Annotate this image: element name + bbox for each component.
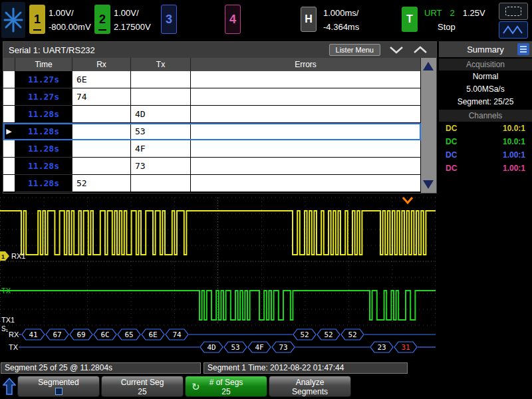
lister-row[interactable]: ▶11.28s53 xyxy=(3,123,421,140)
channel1-marker-number: 1 xyxy=(1,253,5,260)
channel1-badge[interactable]: 1 xyxy=(29,5,45,34)
rx-bus-value: 65 xyxy=(124,331,133,339)
lister-table: Time Rx Tx Errors 11.27s6E11.27s7411.28s… xyxy=(3,58,421,193)
channel-summary-row: DC10.0:1 xyxy=(439,122,532,135)
current-seg-button[interactable]: Current Seg25 xyxy=(101,376,184,397)
channel-coupling: DC xyxy=(446,122,457,135)
cell-errors xyxy=(191,71,421,88)
rx-bus-value: 6C xyxy=(100,331,109,339)
cell-rx: 52 xyxy=(72,175,131,192)
brand-logo xyxy=(1,2,25,38)
cell-rx xyxy=(72,123,131,140)
softkey-label: Analyze xyxy=(269,378,350,387)
rx-bus-value: 52 xyxy=(300,331,309,339)
lister-table-body: 11.27s6E11.27s7411.28s4D▶11.28s5311.28s4… xyxy=(3,71,421,192)
num-of-segs-button[interactable]: ↻# of Segs25 xyxy=(185,376,267,397)
summary-title: Summary xyxy=(467,45,504,55)
row-pointer-cell xyxy=(3,158,15,175)
segment-status: Segment 25 of 25 @ 11.2804s xyxy=(1,362,201,374)
cell-errors xyxy=(191,158,421,175)
rx-trace-label: RX1 xyxy=(11,252,25,260)
tx-bus-value: 53 xyxy=(231,343,239,352)
horizontal-delay: -4.364ms xyxy=(323,20,359,34)
channel2-offset: 2.17500V xyxy=(114,20,151,34)
channels-header: Channels xyxy=(439,110,532,122)
channel1-scale: 1.00V/ xyxy=(49,6,91,20)
rx-bus-value: 69 xyxy=(76,331,85,339)
chevron-up-icon[interactable] xyxy=(412,45,428,55)
segmented-button[interactable]: Segmented xyxy=(17,376,100,397)
channel-probe-ratio: 1.00:1 xyxy=(503,162,525,175)
horizontal-badge[interactable]: H xyxy=(301,7,317,32)
cell-time: 11.28s xyxy=(15,123,72,140)
summary-titlebar: Summary xyxy=(439,41,532,57)
trigger-type: URT xyxy=(424,8,442,18)
row-pointer-cell: ▶ xyxy=(3,123,15,140)
rx-bus-label: RX xyxy=(9,331,19,338)
channel1-readout[interactable]: 1.00V/ -800.00mV xyxy=(49,6,91,34)
cell-tx: 53 xyxy=(131,123,191,140)
back-up-icon[interactable] xyxy=(3,378,16,398)
summary-menu-icon[interactable] xyxy=(517,43,529,55)
row-pointer-cell xyxy=(3,106,15,123)
col-header-pointer xyxy=(3,58,15,72)
zone-select-button[interactable] xyxy=(499,3,528,20)
cell-time: 11.27s xyxy=(15,71,72,88)
cell-time: 11.27s xyxy=(15,88,72,106)
lister-row[interactable]: 11.28s4F xyxy=(3,140,421,158)
trigger-badge[interactable]: T xyxy=(402,7,418,32)
cell-errors xyxy=(191,88,421,106)
segment-time-status: Segment 1 Time: 2012-08-22 01:47:44 xyxy=(203,362,408,374)
softkey-buttons: SegmentedCurrent Seg25↻# of Segs25Analyz… xyxy=(17,376,351,397)
rx-bus-value: 74 xyxy=(172,331,182,339)
lister-menu-button[interactable]: Lister Menu xyxy=(329,44,380,56)
lister-row[interactable]: 11.28s52 xyxy=(3,175,421,192)
rx-bus-value: 52 xyxy=(324,331,332,339)
waveform-display[interactable]: 4167696C656E745252524D534F7323311RX1TXTX… xyxy=(0,196,438,362)
channels-summary-list: DC10.0:1DC10.0:1DC1.00:1DC1.00:1 xyxy=(439,122,532,175)
lister-row[interactable]: 11.27s6E xyxy=(3,71,421,88)
lister-scrollbar[interactable] xyxy=(421,58,436,193)
cell-tx xyxy=(131,175,191,192)
channel2-badge[interactable]: 2 xyxy=(94,5,110,34)
summary-panel: Summary Acquisition Normal 5.00MSa/s Seg… xyxy=(439,41,532,194)
cell-time: 11.28s xyxy=(15,158,72,175)
tx-bus-value: 4D xyxy=(207,343,215,352)
channel-probe-ratio: 10.0:1 xyxy=(503,135,525,148)
row-pointer-cell xyxy=(3,140,15,158)
serial-bus-label: S₁ xyxy=(1,325,9,332)
rx-bus-value: 41 xyxy=(29,331,37,339)
lister-row[interactable]: 11.27s74 xyxy=(3,88,421,106)
tx-bus-label: TX xyxy=(9,343,19,351)
cell-rx xyxy=(72,158,131,175)
acq-mode: Normal xyxy=(439,70,532,83)
acq-segment: Segment: 25/25 xyxy=(439,96,532,108)
tx-bus-value: 4F xyxy=(255,343,263,352)
scroll-up-icon[interactable] xyxy=(423,62,434,70)
channel-summary-row: DC10.0:1 xyxy=(439,135,532,148)
horizontal-readout[interactable]: 1.000ms/ -4.364ms xyxy=(323,6,359,34)
lister-row[interactable]: 11.28s4D xyxy=(3,106,421,123)
oscilloscope-screen: 1 1.00V/ -800.00mV 2 1.00V/ 2.17500V 3 4… xyxy=(0,0,532,399)
chevron-down-icon[interactable] xyxy=(388,45,404,55)
cell-rx xyxy=(72,140,131,158)
rx-bus-value: 52 xyxy=(348,331,356,339)
channel3-badge[interactable]: 3 xyxy=(161,5,177,34)
lister-row[interactable]: 11.28s73 xyxy=(3,158,421,175)
run-state: Stop xyxy=(438,22,456,32)
channel-probe-ratio: 10.0:1 xyxy=(503,122,525,135)
scroll-down-icon[interactable] xyxy=(423,180,434,189)
channel4-badge[interactable]: 4 xyxy=(225,5,241,34)
analyze-segments-button[interactable]: AnalyzeSegments xyxy=(269,376,351,397)
zone-select-icon xyxy=(505,7,521,16)
cell-errors xyxy=(191,175,421,192)
trigger-readout[interactable]: URT21.25V Stop xyxy=(424,6,485,34)
channel2-readout[interactable]: 1.00V/ 2.17500V xyxy=(114,6,151,34)
softkey-value: 25 xyxy=(102,387,183,396)
channel-coupling: DC xyxy=(446,162,457,175)
softkey-bar: SegmentedCurrent Seg25↻# of Segs25Analyz… xyxy=(0,374,532,399)
waveform-tool-button[interactable] xyxy=(499,21,528,39)
lister-header-row: Time Rx Tx Errors xyxy=(3,58,421,71)
channel-coupling: DC xyxy=(446,135,457,148)
tx-bus-value: 31 xyxy=(401,343,410,352)
